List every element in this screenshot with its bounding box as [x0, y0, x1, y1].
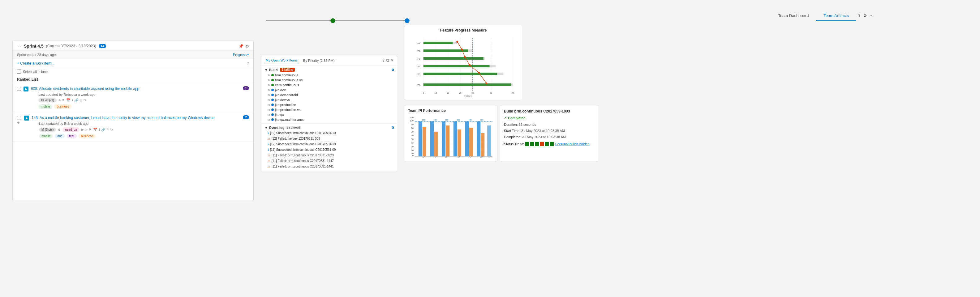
build-row[interactable]: ⊕ jke.dev.android	[261, 92, 397, 97]
more-icon[interactable]: ⋯	[870, 13, 873, 21]
tag-mobile-1[interactable]: mobile	[38, 104, 52, 109]
build-view-all[interactable]: ⧉	[391, 68, 394, 72]
svg-text:10: 10	[411, 152, 414, 154]
personal-builds-link[interactable]: Personal builds hidden	[555, 142, 589, 146]
build-expand-icon: ⊕	[267, 108, 270, 111]
create-work-item-bar[interactable]: + Create a work item... ?	[13, 59, 253, 68]
svg-text:60: 60	[411, 135, 414, 137]
calendar2-icon[interactable]: 📅	[93, 128, 97, 132]
work-item-badge-2: 2	[243, 115, 249, 119]
build-row[interactable]: ⊕ jke.production	[261, 102, 397, 107]
sprint-dates: (Current 3/7/2023 - 3/18/2023)	[46, 44, 96, 48]
build-result-status: ✓ Completed	[504, 116, 595, 120]
build-row[interactable]: ⊕ brm.continuous	[261, 73, 397, 78]
settings-icon[interactable]: ⚙	[863, 13, 867, 21]
work-item-title-1[interactable]: 608: Allocate dividends in charitable ac…	[31, 86, 240, 92]
tab-by-priority[interactable]: By Priority (2:35 PM)	[302, 58, 336, 63]
build-row[interactable]: ⊕ eem.continuous	[261, 83, 397, 87]
tag-mobile-2[interactable]: mobile	[39, 134, 53, 138]
event-view-all[interactable]: ⧉	[391, 126, 394, 130]
work-item-badge-1: 1	[243, 86, 249, 90]
build-name: brm.continuous.vs	[275, 78, 302, 82]
select-all-checkbox[interactable]	[17, 70, 21, 73]
work-item-title-2[interactable]: 145: As a mobile banking customer, I mus…	[32, 115, 240, 121]
build-expand-icon: ⊕	[267, 88, 270, 92]
build-panel-icon1[interactable]: ⇪	[382, 58, 385, 63]
build-row[interactable]: ⊕ jke.qa	[261, 112, 397, 117]
svg-rect-74	[430, 121, 434, 156]
sprint-pin-icon[interactable]: 📌	[239, 44, 243, 49]
build-status-dot	[271, 79, 274, 81]
event-text: [12] Failed: jke.dev 120170531-005	[272, 137, 320, 141]
build-row[interactable]: ⊕ brm.continuous.vs	[261, 78, 397, 83]
link2-icon[interactable]: 🔗	[101, 128, 105, 132]
tag-test-2[interactable]: test	[67, 134, 77, 138]
build-section-expand[interactable]: ▼	[264, 68, 268, 72]
event-text: [11] Failed: brm.continuous C20170531-14…	[272, 159, 334, 163]
link-icon[interactable]: 🔗	[74, 98, 79, 102]
build-name: jke.dev.vs	[275, 98, 290, 102]
svg-text:0: 0	[423, 92, 424, 94]
failing-badge: 1 failing	[280, 68, 295, 72]
work-item-checkbox-1[interactable]	[17, 87, 21, 91]
svg-point-39	[478, 72, 480, 73]
event-log-expand[interactable]: ▼	[264, 126, 268, 130]
copy-icon[interactable]: ⎘	[80, 98, 82, 102]
calendar-icon[interactable]: 📅	[66, 98, 70, 102]
svg-point-2	[405, 19, 409, 23]
build-row[interactable]: ⊕ jke.production.vs	[261, 107, 397, 112]
sprint-arrow: →	[17, 44, 21, 49]
info2-icon[interactable]: ℹ	[99, 128, 100, 132]
event-icon: ℹ	[267, 142, 269, 146]
svg-rect-34	[423, 83, 511, 86]
tag-doc-2[interactable]: doc	[55, 134, 65, 138]
flag2-icon[interactable]: ⚑	[89, 128, 92, 132]
event-text: [11] Failed: brm.continuous C20170531-14…	[272, 164, 334, 169]
work-item-expand-icon[interactable]: ⊕	[17, 121, 21, 124]
play-icon[interactable]: ▶	[81, 128, 84, 132]
info-icon[interactable]: ℹ	[72, 98, 73, 102]
tab-my-open-work-items[interactable]: My Open Work Items	[264, 58, 299, 64]
work-item-meta-2: Last updated by Bob a week ago	[39, 122, 249, 125]
progress-link[interactable]: Progress ▾	[233, 52, 249, 57]
tab-team-artifacts[interactable]: Team Artifacts	[816, 11, 856, 21]
create-help-icon[interactable]: ?	[247, 61, 249, 65]
tab-team-dashboard[interactable]: Team Dashboard	[771, 11, 816, 21]
refresh-icon[interactable]: ↻	[83, 98, 86, 102]
edit-icon[interactable]: A	[59, 98, 60, 102]
refresh2-icon[interactable]: ↻	[110, 128, 113, 132]
svg-rect-78	[453, 121, 457, 156]
work-item-size-2: M (3 pts)	[39, 128, 56, 132]
svg-text:F4: F4	[417, 65, 420, 68]
svg-text:100: 100	[445, 119, 449, 121]
svg-text:20: 20	[447, 92, 449, 94]
build-row[interactable]: ⊕ jke.dev	[261, 87, 397, 92]
event-text: [12] Succeeded: brm.continuous C20170531…	[270, 142, 336, 146]
tag-business-1[interactable]: business	[54, 104, 71, 109]
build-expand-icon: ⊕	[267, 78, 270, 82]
svg-text:50: 50	[411, 138, 414, 140]
estimate-icon[interactable]: ⊕	[58, 128, 60, 132]
build-row[interactable]: ⊕ jke.qa.maintenance	[261, 117, 397, 122]
build-status-dot	[271, 103, 274, 106]
build-row[interactable]: ⊕ jke.dev.vs	[261, 97, 397, 102]
select-all-bar: Select all in lane	[13, 68, 253, 75]
share-icon[interactable]: ⇪	[858, 13, 861, 21]
run-icon[interactable]: ▷	[85, 128, 88, 132]
svg-rect-83	[481, 133, 484, 156]
tag-business-2[interactable]: business	[79, 134, 95, 138]
build-panel-icon2[interactable]: ⧉	[387, 58, 389, 63]
flag-icon[interactable]: ⚑	[62, 98, 65, 102]
trend-block-1	[525, 142, 529, 146]
build-panel-close[interactable]: ✕	[390, 58, 394, 63]
svg-text:100: 100	[433, 119, 437, 121]
tag-need-ua-2[interactable]: need_ua	[62, 127, 80, 132]
status-trend: Status Trend: Personal builds hidden	[504, 142, 595, 146]
copy2-icon[interactable]: ⎘	[107, 128, 109, 132]
build-status-dot	[271, 118, 274, 121]
sprint-header: → Sprint 4.5 (Current 3/7/2023 - 3/18/20…	[13, 40, 253, 51]
svg-rect-82	[477, 121, 480, 156]
sprint-settings-icon[interactable]: ⚙	[245, 44, 249, 49]
svg-point-35	[456, 41, 458, 43]
work-item-checkbox-2[interactable]	[17, 116, 21, 120]
